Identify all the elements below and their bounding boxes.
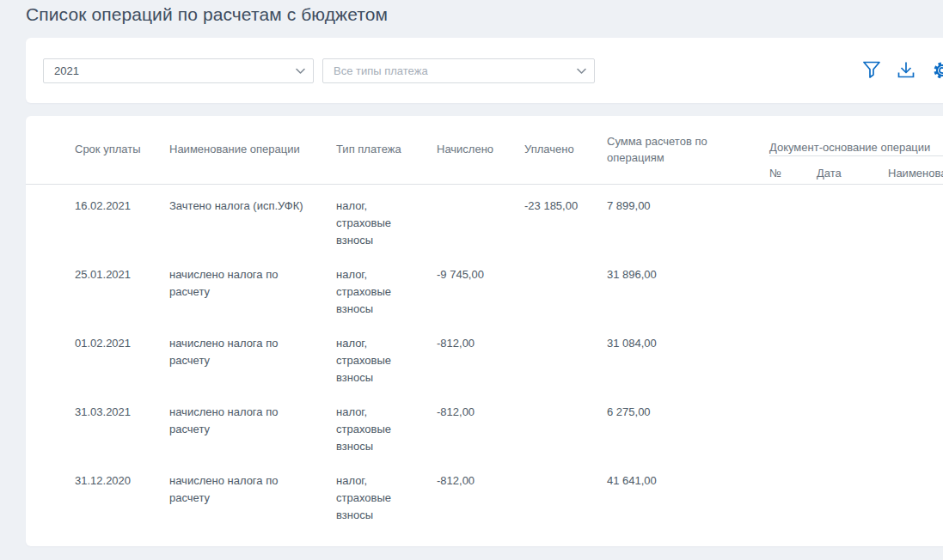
header-row: Срок уплаты Наименование операции Тип пл…	[26, 116, 943, 156]
payment-type-placeholder: Все типы платежа	[334, 64, 428, 77]
cell-doc-date	[817, 391, 888, 460]
cell-doc-date	[817, 185, 888, 253]
cell-payment-type: налог, страховые взносы	[336, 185, 437, 253]
cell-sum: 6 275,00	[607, 391, 769, 460]
cell-due-date: 01.02.2021	[75, 322, 169, 391]
settings-icon[interactable]	[933, 60, 943, 81]
cell-sum: 7 899,00	[607, 185, 769, 253]
cell-doc-name	[888, 460, 943, 528]
cell-operation: начислено налога по расчету	[169, 391, 336, 460]
spacer-cell	[26, 460, 75, 528]
cell-due-date: 31.12.2020	[75, 460, 169, 528]
filter-icon[interactable]	[862, 60, 881, 81]
col-header-payment-type: Тип платежа	[336, 116, 437, 185]
col-header-sum-sort-link[interactable]: Сумма расчетов по операциям	[607, 116, 769, 185]
spacer-cell	[26, 253, 75, 322]
col-header-doc-no: №	[769, 156, 817, 185]
cell-paid	[524, 460, 607, 528]
cell-doc-no	[769, 391, 817, 460]
cell-doc-name	[888, 253, 943, 322]
page: { "page": { "title": "Список операций по…	[0, 0, 943, 560]
chevron-down-icon	[577, 68, 586, 75]
operations-table-panel: Срок уплаты Наименование операции Тип пл…	[26, 116, 943, 546]
cell-due-date: 16.02.2021	[75, 185, 169, 253]
cell-accrued: -812,00	[437, 322, 524, 391]
filters-panel: 2021 Все типы платежа	[26, 38, 943, 103]
col-header-doc-group: Документ-основание операции	[769, 116, 943, 156]
table-row: 31.03.2021 начислено налога по расчету н…	[26, 391, 943, 460]
cell-doc-no	[769, 322, 817, 391]
cell-doc-no	[769, 460, 817, 528]
cell-due-date: 25.01.2021	[75, 253, 169, 322]
table-row: 25.01.2021 начислено налога по расчету н…	[26, 253, 943, 322]
col-header-due-date: Срок уплаты	[75, 116, 169, 185]
cell-doc-name	[888, 391, 943, 460]
spacer-cell	[26, 116, 75, 185]
col-header-doc-date: Дата	[817, 156, 888, 185]
cell-sum: 31 084,00	[607, 322, 769, 391]
cell-payment-type: налог, страховые взносы	[336, 322, 437, 391]
spacer-cell	[26, 391, 75, 460]
cell-paid	[524, 253, 607, 322]
cell-doc-no	[769, 185, 817, 253]
cell-accrued	[437, 185, 524, 253]
cell-operation: начислено налога по расчету	[169, 460, 336, 528]
chevron-down-icon	[296, 68, 305, 75]
cell-doc-no	[769, 253, 817, 322]
cell-doc-date	[817, 460, 888, 528]
cell-operation: начислено налога по расчету	[169, 322, 336, 391]
table-row: 01.02.2021 начислено налога по расчету н…	[26, 322, 943, 391]
payment-type-select[interactable]: Все типы платежа	[322, 58, 595, 83]
table-row: 16.02.2021 Зачтено налога (исп.УФК) нало…	[26, 185, 943, 253]
cell-doc-date	[817, 322, 888, 391]
cell-sum: 41 641,00	[607, 460, 769, 528]
cell-operation: начислено налога по расчету	[169, 253, 336, 322]
spacer-cell	[26, 322, 75, 391]
cell-sum: 31 896,00	[607, 253, 769, 322]
spacer-cell	[26, 185, 75, 253]
cell-payment-type: налог, страховые взносы	[336, 253, 437, 322]
cell-payment-type: налог, страховые взносы	[336, 460, 437, 528]
operations-table: Срок уплаты Наименование операции Тип пл…	[26, 116, 943, 528]
col-header-doc-name: Наименование	[888, 156, 943, 185]
cell-paid	[524, 322, 607, 391]
table-row: 31.12.2020 начислено налога по расчету н…	[26, 460, 943, 528]
cell-payment-type: налог, страховые взносы	[336, 391, 437, 460]
download-icon[interactable]	[897, 60, 915, 81]
cell-doc-date	[817, 253, 888, 322]
cell-doc-name	[888, 322, 943, 391]
cell-accrued: -9 745,00	[437, 253, 524, 322]
col-header-paid: Уплачено	[524, 116, 607, 185]
cell-accrued: -812,00	[437, 391, 524, 460]
cell-doc-name	[888, 185, 943, 253]
year-select[interactable]: 2021	[43, 58, 314, 83]
col-header-operation: Наименование операции	[169, 116, 336, 185]
page-title: Список операций по расчетам с бюджетом	[26, 4, 388, 25]
col-header-accrued: Начислено	[437, 116, 524, 185]
cell-paid	[524, 391, 607, 460]
cell-paid: -23 185,00	[524, 185, 607, 253]
cell-operation: Зачтено налога (исп.УФК)	[169, 185, 336, 253]
cell-due-date: 31.03.2021	[75, 391, 169, 460]
cell-accrued: -812,00	[437, 460, 524, 528]
year-select-value: 2021	[54, 64, 79, 77]
